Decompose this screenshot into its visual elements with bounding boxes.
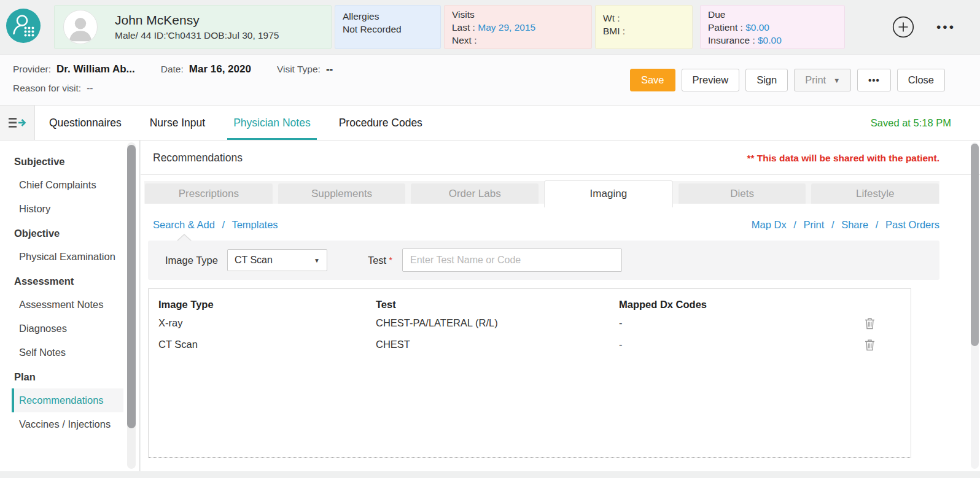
- more-actions-button[interactable]: •••: [857, 69, 891, 91]
- weight-line: Wt :: [603, 12, 685, 24]
- preview-button[interactable]: Preview: [682, 69, 740, 91]
- right-links: Map Dx / Print / Share / Past Orders: [752, 219, 939, 231]
- close-button[interactable]: Close: [897, 69, 945, 91]
- print-link[interactable]: Print: [803, 219, 824, 230]
- encounter-line-2: Reason for visit: --: [13, 83, 359, 99]
- sidebar-scrollbar-track[interactable]: [127, 142, 136, 469]
- reason-label: Reason for visit:: [13, 83, 81, 94]
- trash-icon: [865, 317, 875, 330]
- sidebar-item-assessment-notes[interactable]: Assessment Notes: [12, 293, 123, 317]
- saved-status: Saved at 5:18 PM: [871, 106, 951, 140]
- visits-title: Visits: [452, 9, 584, 20]
- share-link[interactable]: Share: [841, 219, 868, 230]
- subtab-diets[interactable]: Diets: [679, 183, 806, 204]
- cell-image-type: CT Scan: [158, 339, 376, 350]
- main-scrollbar-thumb[interactable]: [971, 144, 979, 346]
- subtab-imaging[interactable]: Imaging: [544, 180, 673, 207]
- patient-header: John McKensy Male/ 44 ID:'Ch0431 DOB:Jul…: [0, 0, 980, 54]
- page-title: Recommendations: [153, 152, 243, 164]
- date-value[interactable]: Mar 16, 2020: [189, 63, 251, 75]
- dropdown-caret-icon: ▼: [314, 257, 320, 264]
- visit-type-value[interactable]: --: [326, 63, 333, 75]
- allergies-value: Not Recorded: [343, 23, 433, 35]
- visits-last-date-link[interactable]: May 29, 2015: [478, 22, 535, 33]
- delete-row-button[interactable]: [865, 338, 878, 352]
- ehr-encounter-page: John McKensy Male/ 44 ID:'Ch0431 DOB:Jul…: [0, 0, 980, 478]
- visits-last-label: Last :: [452, 22, 475, 33]
- provider-value[interactable]: Dr. William Ab...: [56, 63, 135, 75]
- visits-card: Visits Last : May 29, 2015 Next :: [444, 5, 592, 49]
- patient-share-note: ** This data will be shared with the pat…: [747, 153, 940, 164]
- weight-label: Wt :: [603, 13, 620, 23]
- save-button[interactable]: Save: [630, 69, 675, 91]
- image-type-select[interactable]: CT Scan ▼: [227, 249, 327, 271]
- tab-nurse-input[interactable]: Nurse Input: [136, 106, 219, 140]
- sidebar-scrollbar-thumb[interactable]: [127, 145, 136, 428]
- image-type-selected-value: CT Scan: [235, 255, 273, 266]
- app-logo-icon[interactable]: [6, 9, 41, 45]
- table-row: CT Scan CHEST -: [149, 334, 911, 355]
- subtab-lifestyle[interactable]: Lifestyle: [811, 183, 939, 204]
- imaging-search-form: Image Type CT Scan ▼ Test*: [148, 241, 939, 280]
- search-add-link[interactable]: Search & Add: [153, 219, 215, 230]
- sidebar-item-diagnoses[interactable]: Diagnoses: [12, 317, 123, 341]
- tab-physician-notes[interactable]: Physician Notes: [219, 106, 324, 140]
- col-header-image-type: Image Type: [158, 299, 376, 310]
- test-search-input[interactable]: [402, 249, 622, 272]
- table-header-row: Image Type Test Mapped Dx Codes: [149, 289, 911, 312]
- visits-last-line: Last : May 29, 2015: [452, 21, 584, 33]
- sidebar-item-physical-examination[interactable]: Physical Examination: [12, 245, 123, 269]
- due-patient-amount-link[interactable]: $0.00: [745, 22, 769, 33]
- visits-next-label: Next :: [452, 35, 476, 45]
- due-insurance-label: Insurance :: [708, 35, 755, 45]
- print-button-label: Print: [805, 74, 826, 86]
- image-type-label: Image Type: [165, 255, 218, 266]
- due-insurance-line: Insurance : $0.00: [708, 34, 837, 46]
- imaging-orders-table: Image Type Test Mapped Dx Codes X-ray CH…: [148, 288, 911, 458]
- tab-questionnaires[interactable]: Questionnaires: [35, 106, 136, 140]
- past-orders-link[interactable]: Past Orders: [885, 219, 939, 230]
- encounter-info: Provider: Dr. William Ab... Date: Mar 16…: [13, 63, 359, 99]
- patient-card[interactable]: John McKensy Male/ 44 ID:'Ch0431 DOB:Jul…: [54, 5, 332, 49]
- patient-avatar: [63, 10, 98, 44]
- date-label: Date:: [161, 64, 184, 75]
- tab-procedure-codes[interactable]: Procedure Codes: [325, 106, 437, 140]
- delete-row-button[interactable]: [865, 317, 878, 330]
- sign-button[interactable]: Sign: [745, 69, 788, 91]
- cell-mapped-dx: -: [619, 339, 865, 350]
- patient-name: John McKensy: [115, 13, 279, 28]
- sidebar-item-vaccines-injections[interactable]: Vaccines / Injections: [12, 412, 123, 436]
- sidebar-item-self-notes[interactable]: Self Notes: [12, 341, 123, 364]
- sidebar-item-chief-complaints[interactable]: Chief Complaints: [12, 173, 123, 197]
- recommendations-header: Recommendations ** This data will be sha…: [141, 141, 980, 175]
- sidebar-section-objective: Objective: [12, 221, 139, 245]
- encounter-buttons: Save Preview Sign Print ▼ ••• Close: [630, 69, 945, 91]
- subtab-supplements[interactable]: Supplements: [278, 183, 406, 204]
- expand-menu-icon[interactable]: [0, 106, 35, 140]
- panel-caret-fill: [177, 235, 191, 241]
- map-dx-link[interactable]: Map Dx: [752, 219, 787, 230]
- sidebar-item-recommendations[interactable]: Recommendations: [12, 388, 123, 412]
- link-separator: /: [793, 219, 796, 230]
- main-scrollbar-track[interactable]: [971, 142, 979, 469]
- due-card: Due Patient : $0.00 Insurance : $0.00: [700, 5, 845, 49]
- col-header-mapped-dx: Mapped Dx Codes: [619, 299, 865, 310]
- templates-link[interactable]: Templates: [231, 219, 278, 230]
- subtab-order-labs[interactable]: Order Labs: [411, 183, 539, 204]
- sidebar-item-history[interactable]: History: [12, 197, 123, 221]
- print-dropdown-button[interactable]: Print ▼: [794, 69, 851, 91]
- subtab-prescriptions[interactable]: Prescriptions: [145, 183, 273, 204]
- visit-type-label: Visit Type:: [277, 64, 321, 75]
- link-separator: /: [876, 219, 879, 230]
- allergies-title: Allergies: [343, 11, 433, 22]
- add-icon[interactable]: [892, 16, 914, 38]
- due-insurance-amount-link[interactable]: $0.00: [758, 35, 782, 45]
- sidebar-section-assessment: Assessment: [12, 269, 139, 293]
- col-header-test: Test: [376, 299, 619, 310]
- reason-value[interactable]: --: [87, 83, 93, 94]
- note-tab-bar: Questionnaires Nurse Input Physician Not…: [0, 106, 980, 141]
- bmi-label: BMI :: [603, 26, 625, 36]
- imaging-links-row: Search & Add / Templates Map Dx / Print …: [153, 219, 939, 231]
- bmi-line: BMI :: [603, 25, 685, 37]
- header-more-icon[interactable]: •••: [936, 20, 955, 34]
